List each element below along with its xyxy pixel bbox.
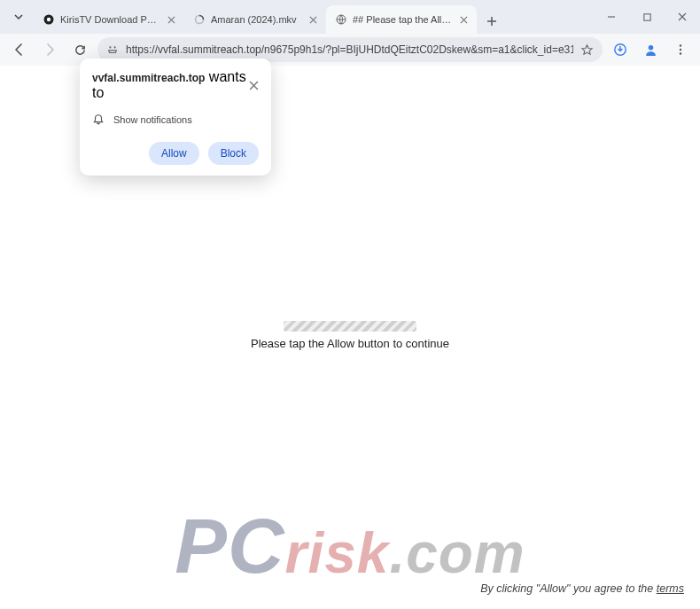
maximize-button[interactable] bbox=[629, 0, 665, 34]
download-icon[interactable] bbox=[608, 37, 633, 62]
progress-bar bbox=[284, 321, 416, 332]
tab-2-active[interactable]: ## Please tap the Allow button bbox=[326, 5, 477, 34]
close-icon[interactable] bbox=[307, 13, 319, 26]
tab-strip: KirisTV Download Page — Kiris Amaran (20… bbox=[34, 0, 503, 34]
titlebar: KirisTV Download Page — Kiris Amaran (20… bbox=[0, 0, 700, 34]
close-window-button[interactable] bbox=[665, 0, 700, 34]
menu-icon[interactable] bbox=[668, 37, 693, 62]
allow-button[interactable]: Allow bbox=[149, 142, 199, 165]
favicon-circle-icon bbox=[43, 13, 55, 26]
minimize-button[interactable] bbox=[594, 0, 629, 34]
tab-title: KirisTV Download Page — Kiris bbox=[60, 14, 159, 25]
close-icon[interactable] bbox=[165, 13, 177, 26]
notification-permission-prompt: vvfal.summitreach.top wants to Show noti… bbox=[80, 59, 271, 176]
please-allow-text: Please tap the Allow button to continue bbox=[0, 337, 700, 350]
svg-point-6 bbox=[114, 46, 116, 48]
permission-label: Show notifications bbox=[113, 114, 192, 125]
new-tab-button[interactable] bbox=[480, 10, 503, 33]
watermark: PCrisk.com bbox=[0, 501, 700, 591]
svg-point-11 bbox=[680, 52, 681, 54]
tabs-search-caret[interactable] bbox=[5, 4, 32, 30]
forward-button[interactable] bbox=[37, 37, 62, 62]
tab-title: Amaran (2024).mkv bbox=[211, 14, 301, 25]
footer-consent-text: By clicking "Allow" you agree to the ter… bbox=[480, 582, 684, 595]
svg-point-5 bbox=[109, 46, 111, 48]
close-icon[interactable] bbox=[249, 81, 259, 90]
prompt-title: vvfal.summitreach.top wants to bbox=[92, 69, 249, 101]
block-button[interactable]: Block bbox=[208, 142, 259, 165]
back-button[interactable] bbox=[7, 37, 32, 62]
tab-1[interactable]: Amaran (2024).mkv bbox=[184, 5, 326, 34]
globe-icon bbox=[335, 13, 347, 26]
profile-icon[interactable] bbox=[638, 37, 663, 62]
svg-point-9 bbox=[680, 44, 681, 46]
url-input[interactable] bbox=[126, 43, 573, 56]
svg-rect-4 bbox=[643, 13, 649, 20]
site-info-icon[interactable] bbox=[106, 43, 119, 56]
spinner-icon bbox=[193, 13, 206, 26]
tab-0[interactable]: KirisTV Download Page — Kiris bbox=[34, 5, 184, 34]
svg-point-1 bbox=[47, 18, 51, 21]
svg-point-8 bbox=[648, 45, 653, 51]
star-icon[interactable] bbox=[580, 43, 594, 57]
tab-title: ## Please tap the Allow button bbox=[353, 14, 452, 25]
center-message: Please tap the Allow button to continue bbox=[0, 321, 700, 350]
window-controls bbox=[594, 0, 700, 34]
terms-link[interactable]: terms bbox=[657, 582, 684, 595]
close-icon[interactable] bbox=[457, 13, 470, 26]
svg-point-10 bbox=[680, 49, 681, 51]
bell-icon bbox=[92, 113, 105, 126]
